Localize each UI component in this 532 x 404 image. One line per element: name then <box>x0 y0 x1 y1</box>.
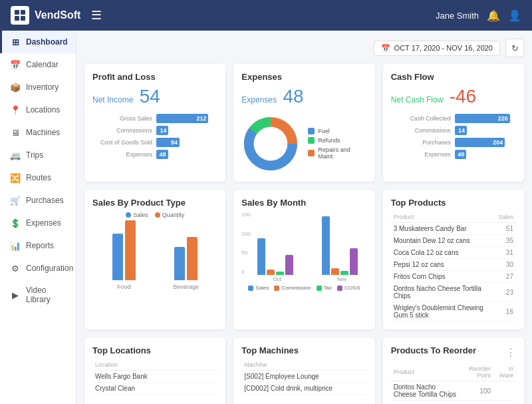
routes-icon: 🔀 <box>10 172 21 183</box>
sidebar-label-machines: Machines <box>26 128 60 137</box>
bar-group-beverage: Beverage <box>161 237 211 290</box>
svg-rect-0 <box>15 10 19 15</box>
sidebar-label-configuration: Configuration <box>26 264 73 273</box>
bl-label-tax: Tax <box>324 285 332 291</box>
product-sales: 27 <box>495 271 516 283</box>
table-row: Coca Cola 12 oz cans31 <box>391 247 516 259</box>
cf-bar-row-collected: Cash Collected 226 <box>391 114 516 123</box>
sidebar-item-video-library[interactable]: ▶ Video Library <box>0 280 76 310</box>
sidebar-item-routes[interactable]: 🔀 Routes <box>0 166 76 189</box>
user-icon[interactable]: 👤 <box>508 9 521 22</box>
expenses-value: 48 <box>283 86 303 106</box>
hamburger-icon[interactable]: ☰ <box>91 8 102 23</box>
svg-rect-2 <box>15 16 19 21</box>
nav-right: Jane Smith 🔔 👤 <box>436 9 521 22</box>
svg-rect-1 <box>21 10 25 15</box>
sidebar-item-machines[interactable]: 🖥 Machines <box>0 121 76 144</box>
legend-repairs: Repairs and Maint. <box>308 146 366 160</box>
expenses-card: Expenses Expenses 48 Fuel <box>233 64 374 182</box>
table-row: Fritos Corn Chips27 <box>391 271 516 283</box>
app-logo: VendSoft <box>11 6 80 25</box>
col-reorder-point-header: Reorder Point <box>459 363 493 381</box>
top-machines-table: Machine [S002] Employee Lounge[CD002] Co… <box>241 359 366 395</box>
top-machines-title: Top Machines <box>241 345 366 355</box>
legend-label-sales: Sales <box>133 212 148 218</box>
date-range-text: OCT 17, 2020 - NOV 16, 2020 <box>394 44 493 52</box>
reorder-card-header: Products To Reorder ⋮ <box>391 345 516 359</box>
legend-label-refunds: Refunds <box>318 137 340 144</box>
cf-bar-collected: 226 <box>455 114 510 123</box>
sidebar-item-trips[interactable]: 🚐 Trips <box>0 144 76 166</box>
user-name: Jane Smith <box>436 11 479 21</box>
top-locations-card: Top Locations Location Wells Fargo BankC… <box>84 337 225 404</box>
oct-bar-group <box>257 238 297 275</box>
top-navigation: VendSoft ☰ Jane Smith 🔔 👤 <box>0 0 532 31</box>
date-range-picker[interactable]: 📅 OCT 17, 2020 - NOV 16, 2020 <box>374 41 500 56</box>
cf-label-expenses: Expenses <box>391 151 451 158</box>
product-sales: 30 <box>495 259 516 271</box>
sidebar-label-routes: Routes <box>26 173 51 182</box>
cf-container-commissions: 14 <box>455 126 516 135</box>
top-locations-title: Top Locations <box>92 345 217 355</box>
top-machines-body: [S002] Employee Lounge[CD002] Cold drink… <box>241 371 366 395</box>
top-products-title: Top Products <box>391 198 516 208</box>
sidebar-item-inventory[interactable]: 📦 Inventory <box>0 76 76 99</box>
sidebar-label-dashboard: Dashboard <box>26 37 68 47</box>
sidebar-item-expenses[interactable]: 💲 Expenses <box>0 212 76 234</box>
cf-bar-row-purchases: Purchases 204 <box>391 138 516 147</box>
bl-dot-commission <box>274 286 279 291</box>
svg-rect-3 <box>21 16 25 21</box>
sidebar-item-locations[interactable]: 📍 Locations <box>0 99 76 121</box>
product-name: Doritos Nacho Cheese Tortilla Chips <box>391 283 496 302</box>
refresh-button[interactable]: ↻ <box>505 39 524 57</box>
list-item: Wells Fargo Bank <box>92 371 217 383</box>
sidebar-item-dashboard[interactable]: ⊞ Dashboard <box>0 31 76 53</box>
table-row: Doritos Nacho Cheese Tortilla Chips23 <box>391 283 516 302</box>
bl-label-sales: Sales <box>255 285 269 291</box>
sidebar-item-purchases[interactable]: 🛒 Purchases <box>0 189 76 212</box>
cash-flow-metric: Net Cash Flow -46 <box>391 86 516 107</box>
food-sales-bar <box>112 234 123 280</box>
sidebar-item-reports[interactable]: 📊 Reports <box>0 234 76 257</box>
sidebar-label-video-library: Video Library <box>26 286 68 304</box>
bar-container-gross-sales: 212 <box>156 114 217 123</box>
products-reorder-table: Product Reorder Point In Ware Doritos Na… <box>391 363 516 401</box>
legend-label-repairs: Repairs and Maint. <box>318 146 366 160</box>
kebab-menu[interactable]: ⋮ <box>505 346 516 359</box>
bell-icon[interactable]: 🔔 <box>487 9 500 22</box>
legend-label-quantity: Quantity <box>162 212 185 218</box>
reorder-point: 100 <box>459 381 493 401</box>
logo-icon <box>11 6 29 25</box>
cf-container-expenses: 48 <box>455 150 516 159</box>
product-name: 3 Muskateers Candy Bar <box>391 223 496 235</box>
list-item: Crystal Clean <box>92 383 217 395</box>
bar-gross-sales: 212 <box>156 114 208 123</box>
product-name: Coca Cola 12 oz cans <box>391 247 496 259</box>
locations-icon: 📍 <box>10 104 21 115</box>
cf-bar-row-expenses: Expenses 48 <box>391 150 516 159</box>
sidebar-label-trips: Trips <box>26 150 43 160</box>
bar-container-cogs: 94 <box>156 138 217 147</box>
legend-sales: Sales <box>126 212 148 218</box>
sidebar-label-purchases: Purchases <box>26 196 64 205</box>
top-products-table: Product Sales 3 Muskateers Candy Bar51Mo… <box>391 212 516 321</box>
calendar-icon-small: 📅 <box>381 44 390 53</box>
sales-product-title: Sales By Product Type <box>92 198 217 208</box>
sales-month-card: Sales By Month <box>233 190 374 329</box>
sidebar-item-calendar[interactable]: 📅 Calendar <box>0 53 76 76</box>
cf-bar-row-commissions: Commissions 14 <box>391 126 516 135</box>
sidebar-item-configuration[interactable]: ⚙ Configuration <box>0 257 76 280</box>
bar-cogs: 94 <box>156 138 180 147</box>
donut-chart <box>241 114 300 174</box>
bar-row-expenses: Expenses 48 <box>92 150 217 159</box>
products-reorder-card: Products To Reorder ⋮ Product Reorder Po… <box>383 337 524 404</box>
product-sales: 31 <box>495 247 516 259</box>
col-sales-header: Sales <box>495 212 516 223</box>
bar-row-commissions: Commissions 14 <box>92 126 217 135</box>
product-name: Fritos Corn Chips <box>391 271 496 283</box>
date-bar: 📅 OCT 17, 2020 - NOV 16, 2020 ↻ <box>84 39 524 57</box>
bottom-row: Top Locations Location Wells Fargo BankC… <box>84 337 524 404</box>
location-name: Wells Fargo Bank <box>92 371 217 383</box>
bar-val-commissions: 14 <box>160 127 166 134</box>
sidebar-label-reports: Reports <box>26 241 54 250</box>
